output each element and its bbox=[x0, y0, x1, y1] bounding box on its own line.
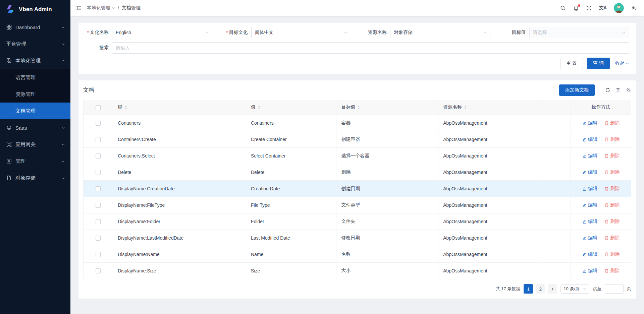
cell-target-value: 创建容器 bbox=[336, 131, 438, 148]
column-label: 值 bbox=[251, 105, 256, 110]
table-body: ContainersContainers容器AbpOssManagement编辑… bbox=[84, 115, 631, 279]
sidebar-submenu: 语言管理资源管理文档管理 bbox=[0, 69, 70, 119]
sidebar-item-platform[interactable]: 平台管理 bbox=[0, 36, 70, 52]
row-checkbox[interactable] bbox=[96, 268, 101, 273]
row-checkbox[interactable] bbox=[96, 137, 101, 142]
sidebar-menu: Dashboard平台管理A本地化管理语言管理资源管理文档管理Saas应用网关管… bbox=[0, 19, 70, 186]
cell-actions: 编辑删除 bbox=[571, 230, 631, 246]
next-page-button[interactable] bbox=[548, 284, 557, 294]
row-checkbox[interactable] bbox=[96, 121, 101, 126]
sidebar-item-language[interactable]: 语言管理 bbox=[0, 69, 70, 86]
sidebar-item-manage[interactable]: 管理 bbox=[0, 153, 70, 170]
user-avatar[interactable] bbox=[614, 3, 624, 13]
delete-link[interactable]: 删除 bbox=[604, 235, 620, 241]
row-checkbox[interactable] bbox=[96, 186, 101, 191]
sidebar-item-label: 平台管理 bbox=[6, 41, 26, 47]
edit-link[interactable]: 编辑 bbox=[582, 268, 597, 274]
cell-spacer bbox=[540, 230, 571, 246]
collapse-filter-link[interactable]: 收起 bbox=[615, 60, 629, 66]
delete-link[interactable]: 删除 bbox=[604, 120, 620, 126]
select-all-checkbox[interactable] bbox=[96, 105, 101, 110]
edit-link[interactable]: 编辑 bbox=[582, 120, 597, 126]
sidebar-item-dashboard[interactable]: Dashboard bbox=[0, 19, 70, 36]
row-checkbox[interactable] bbox=[96, 219, 101, 224]
edit-link[interactable]: 编辑 bbox=[582, 136, 597, 142]
page-2-button[interactable]: 2 bbox=[536, 284, 545, 294]
page-size-select[interactable]: 10 条/页 bbox=[560, 284, 589, 294]
edit-link[interactable]: 编辑 bbox=[582, 169, 597, 175]
column-header-target-value[interactable]: 目标值 bbox=[336, 100, 438, 115]
cell-resource: AbpOssManagement bbox=[438, 148, 540, 164]
cell-actions: 编辑删除 bbox=[571, 148, 631, 164]
translate-icon[interactable]: 文A bbox=[599, 5, 606, 11]
delete-link[interactable]: 删除 bbox=[604, 153, 620, 159]
column-header-value[interactable]: 值 bbox=[246, 100, 336, 115]
sort-icon[interactable] bbox=[357, 105, 360, 110]
filter-field-resource-name: 资源名称对象存储 bbox=[363, 27, 490, 38]
sidebar-item-label: 本地化管理 bbox=[15, 58, 41, 64]
jump-label: 跳至 bbox=[593, 286, 601, 292]
delete-link[interactable]: 删除 bbox=[604, 169, 620, 175]
delete-link[interactable]: 删除 bbox=[604, 136, 620, 142]
delete-link[interactable]: 删除 bbox=[604, 202, 620, 208]
notification-bell-icon[interactable] bbox=[573, 5, 579, 11]
table-row: Containers:CreateCreate Container创建容器Abp… bbox=[84, 131, 631, 148]
page-1-button[interactable]: 1 bbox=[524, 284, 533, 294]
edit-link[interactable]: 编辑 bbox=[582, 186, 597, 192]
column-settings-icon[interactable] bbox=[626, 87, 631, 93]
fullscreen-icon[interactable] bbox=[586, 5, 592, 11]
sidebar-item-oss[interactable]: 对象存储 bbox=[0, 170, 70, 186]
row-checkbox[interactable] bbox=[96, 236, 101, 241]
sidebar-item-document[interactable]: 文档管理 bbox=[0, 103, 70, 119]
target-value-select[interactable]: 请选择 bbox=[529, 27, 630, 38]
sidebar-item-localization[interactable]: A本地化管理 bbox=[0, 52, 70, 69]
reset-button[interactable]: 重 置 bbox=[560, 58, 583, 69]
row-checkbox[interactable] bbox=[96, 252, 101, 257]
row-checkbox[interactable] bbox=[96, 203, 101, 208]
delete-link[interactable]: 删除 bbox=[604, 186, 620, 192]
sort-icon[interactable] bbox=[258, 105, 261, 110]
column-header-actions: 操作方法 bbox=[571, 100, 631, 115]
select-value: English bbox=[116, 30, 131, 35]
delete-link[interactable]: 删除 bbox=[604, 251, 620, 257]
edit-link[interactable]: 编辑 bbox=[582, 153, 597, 159]
jump-page-input[interactable] bbox=[605, 284, 624, 294]
filter-label-resource-name: 资源名称 bbox=[363, 29, 387, 36]
cell-actions: 编辑删除 bbox=[571, 246, 631, 263]
edit-link[interactable]: 编辑 bbox=[582, 218, 597, 225]
breadcrumb-item-parent[interactable]: 本地化管理 bbox=[87, 5, 115, 11]
resource-name-select[interactable]: 对象存储 bbox=[390, 27, 490, 38]
row-height-icon[interactable] bbox=[615, 87, 621, 93]
search-row: 搜索 bbox=[85, 42, 629, 54]
row-checkbox[interactable] bbox=[96, 170, 101, 175]
refresh-icon[interactable] bbox=[605, 87, 610, 93]
settings-gear-icon[interactable] bbox=[631, 5, 637, 11]
search-icon[interactable] bbox=[560, 5, 566, 11]
sort-icon[interactable] bbox=[124, 105, 127, 110]
edit-link[interactable]: 编辑 bbox=[582, 251, 597, 257]
add-document-button[interactable]: 添加新文档 bbox=[559, 84, 595, 96]
delete-link[interactable]: 删除 bbox=[604, 268, 620, 274]
logo[interactable]: Vben Admin bbox=[0, 0, 70, 19]
edit-link[interactable]: 编辑 bbox=[582, 202, 597, 208]
target-culture-select[interactable]: 简体中文 bbox=[251, 27, 352, 38]
chevron-up-icon bbox=[626, 62, 629, 65]
table-row: DisplayName:CreationDateCreation Date创建日… bbox=[84, 181, 631, 197]
sidebar-collapse-icon[interactable] bbox=[76, 5, 82, 11]
logo-icon bbox=[5, 4, 15, 14]
culture-name-select[interactable]: English bbox=[112, 27, 212, 38]
sidebar-item-resource[interactable]: 资源管理 bbox=[0, 86, 70, 103]
query-button[interactable]: 查 询 bbox=[587, 58, 610, 69]
trash-icon bbox=[604, 252, 609, 256]
column-header-key[interactable]: 键 bbox=[113, 100, 246, 115]
edit-link[interactable]: 编辑 bbox=[582, 235, 597, 241]
row-checkbox[interactable] bbox=[96, 153, 101, 159]
sidebar-item-saas[interactable]: Saas bbox=[0, 119, 70, 136]
table-toolbar: 文档 添加新文档 bbox=[83, 80, 631, 100]
search-input[interactable] bbox=[112, 42, 629, 54]
delete-link[interactable]: 删除 bbox=[604, 218, 620, 225]
sort-icon[interactable] bbox=[464, 105, 467, 110]
chevron-down-icon bbox=[61, 160, 65, 163]
column-header-resource-name[interactable]: 资源名称 bbox=[438, 100, 540, 115]
sidebar-item-gateway[interactable]: 应用网关 bbox=[0, 136, 70, 153]
